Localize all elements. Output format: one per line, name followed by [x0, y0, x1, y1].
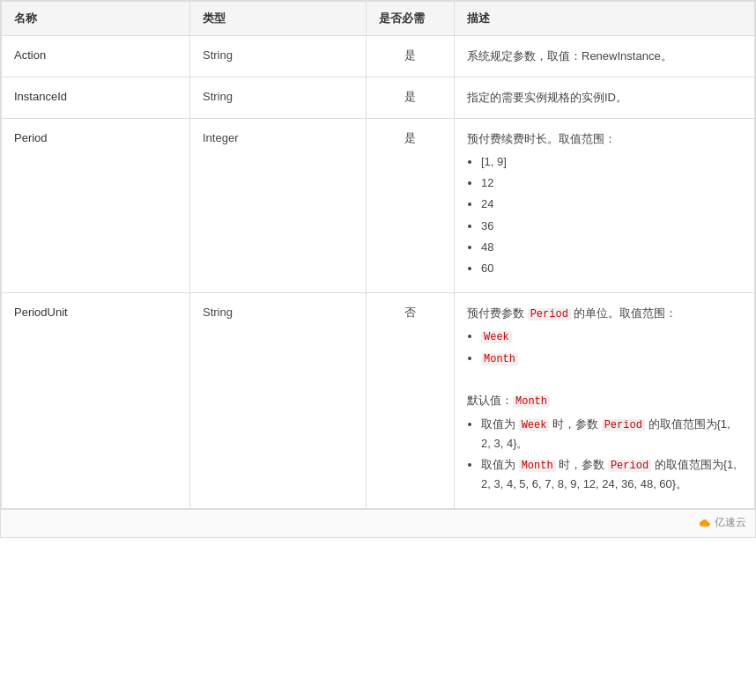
col-header-required: 是否必需	[367, 2, 455, 36]
cell-name: Action	[2, 36, 190, 77]
col-header-type: 类型	[190, 2, 367, 36]
col-header-name: 名称	[2, 2, 190, 36]
table-header-row: 名称 类型 是否必需 描述	[2, 2, 755, 36]
cell-type: String	[190, 292, 367, 509]
table-row: PeriodUnitString否预付费参数 Period 的单位。取值范围：W…	[2, 292, 755, 509]
cell-name: InstanceId	[2, 77, 190, 119]
table-row: ActionString是系统规定参数，取值：RenewInstance。	[2, 36, 755, 77]
cell-description: 系统规定参数，取值：RenewInstance。	[455, 36, 755, 77]
cell-required: 是	[367, 77, 455, 119]
cell-type: Integer	[190, 119, 367, 293]
cell-description: 预付费续费时长。取值范围：[1, 9]1224364860	[455, 119, 755, 293]
cell-name: PeriodUnit	[2, 292, 190, 509]
table-row: InstanceIdString是指定的需要实例规格的实例ID。	[2, 77, 755, 119]
cell-type: String	[190, 36, 367, 77]
cell-name: Period	[2, 119, 190, 293]
col-header-description: 描述	[455, 2, 755, 36]
cloud-icon	[695, 517, 711, 529]
table-row: PeriodInteger是预付费续费时长。取值范围：[1, 9]1224364…	[2, 119, 755, 293]
cell-description: 预付费参数 Period 的单位。取值范围：WeekMonth默认值：Month…	[455, 292, 755, 509]
brand-logo: 亿速云	[695, 515, 746, 530]
cell-type: String	[190, 77, 367, 119]
brand-name: 亿速云	[715, 515, 746, 530]
footer-brand: 亿速云	[0, 510, 756, 538]
cell-description: 指定的需要实例规格的实例ID。	[455, 77, 755, 119]
cell-required: 是	[367, 119, 455, 293]
api-params-table: 名称 类型 是否必需 描述 ActionString是系统规定参数，取值：Ren…	[0, 0, 756, 510]
cell-required: 否	[367, 292, 455, 509]
cell-required: 是	[367, 36, 455, 77]
